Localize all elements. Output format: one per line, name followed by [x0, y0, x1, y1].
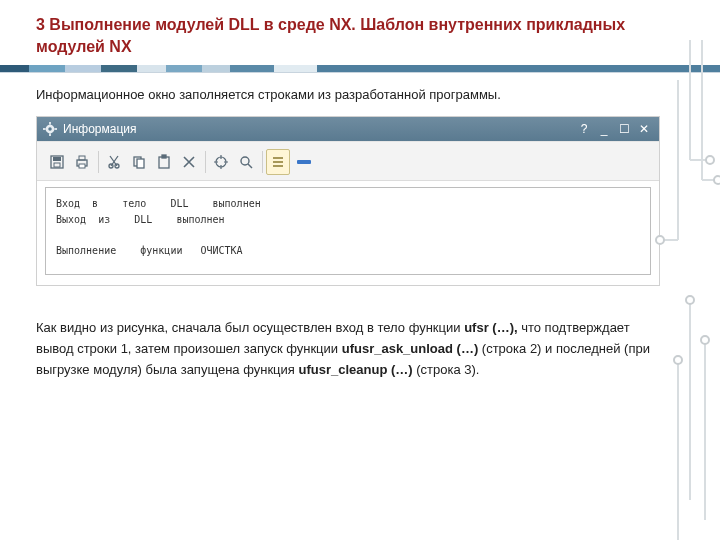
text: Как видно из рисунка, сначала был осущес…: [36, 320, 464, 335]
console-line: Выполнение функции ОЧИСТКА: [56, 245, 243, 256]
svg-rect-9: [49, 134, 51, 137]
divider-strip: [0, 65, 720, 73]
svg-rect-11: [54, 128, 57, 130]
fn-ask-unload: ufusr_ask_unload (…): [342, 341, 479, 356]
console-line: Выход из DLL выполнен: [56, 214, 225, 225]
copy-icon[interactable]: [127, 149, 151, 175]
svg-point-25: [241, 157, 249, 165]
list-view-icon[interactable]: [266, 149, 290, 175]
help-button[interactable]: ?: [575, 121, 593, 137]
window-titlebar: Информация ? _ ☐ ✕: [37, 117, 659, 141]
svg-rect-13: [53, 157, 61, 161]
delete-icon[interactable]: [177, 149, 201, 175]
info-window: Информация ? _ ☐ ✕: [36, 116, 660, 286]
svg-rect-8: [49, 122, 51, 125]
cut-icon[interactable]: [102, 149, 126, 175]
svg-rect-21: [137, 159, 144, 168]
intro-text: Информационное окно заполняется строками…: [0, 73, 720, 112]
text: (строка 3).: [413, 362, 480, 377]
console-line: Вход в тело DLL выполнен: [56, 198, 261, 209]
toolbar: [37, 141, 659, 181]
svg-point-0: [706, 156, 714, 164]
paste-icon[interactable]: [152, 149, 176, 175]
section-title: 3 Выполнение модулей DLL в среде NX. Шаб…: [0, 0, 720, 63]
maximize-button[interactable]: ☐: [615, 121, 633, 137]
fn-cleanup: ufusr_cleanup (…): [298, 362, 412, 377]
target-icon[interactable]: [209, 149, 233, 175]
svg-point-1: [714, 176, 720, 184]
console-output: Вход в тело DLL выполнен Выход из DLL вы…: [45, 187, 651, 275]
close-button[interactable]: ✕: [635, 121, 653, 137]
svg-rect-10: [43, 128, 46, 130]
svg-rect-14: [54, 163, 60, 167]
save-icon[interactable]: [45, 149, 69, 175]
window-title: Информация: [63, 122, 136, 136]
explanation-text: Как видно из рисунка, сначала был осущес…: [0, 286, 720, 380]
svg-rect-17: [79, 164, 85, 168]
svg-point-7: [48, 127, 52, 131]
print-icon[interactable]: [70, 149, 94, 175]
minimize-button[interactable]: _: [595, 121, 613, 137]
fn-ufsr: ufsr (…),: [464, 320, 517, 335]
separator: [98, 151, 99, 173]
svg-rect-23: [162, 155, 166, 158]
app-icon: [43, 122, 57, 136]
toolbar-end: [297, 160, 311, 164]
separator: [205, 151, 206, 173]
separator: [262, 151, 263, 173]
find-icon[interactable]: [234, 149, 258, 175]
